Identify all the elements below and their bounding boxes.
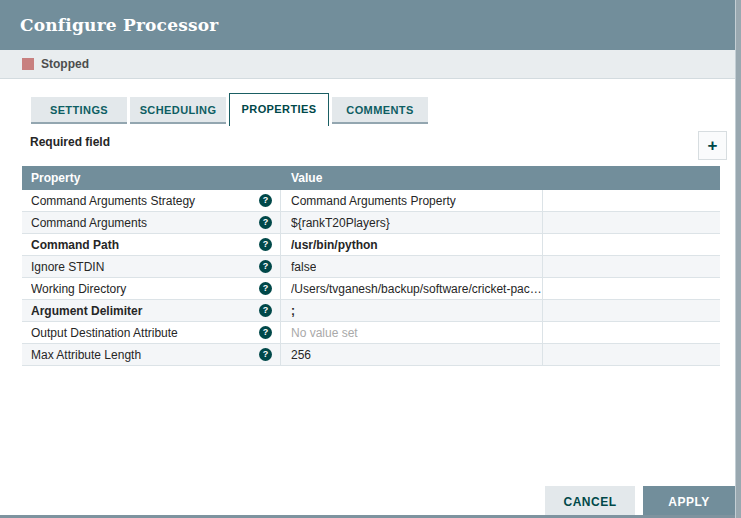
property-value: No value set bbox=[291, 326, 358, 340]
property-name: Ignore STDIN bbox=[31, 260, 259, 274]
property-value: ; bbox=[291, 304, 295, 318]
row-extra-cell bbox=[543, 322, 720, 343]
required-field-legend: Required field bbox=[30, 135, 110, 149]
table-header: Property Value bbox=[22, 166, 720, 190]
property-value-cell[interactable]: /Users/tvganesh/backup/software/cricket-… bbox=[281, 278, 543, 299]
stopped-state-icon bbox=[22, 58, 34, 70]
property-column-header: Property bbox=[22, 171, 281, 185]
table-row[interactable]: Command Arguments Strategy?Command Argum… bbox=[22, 190, 720, 212]
table-row[interactable]: Max Attribute Length?256 bbox=[22, 344, 720, 366]
properties-table-body: Command Arguments Strategy?Command Argum… bbox=[22, 190, 720, 366]
property-value-cell[interactable]: false bbox=[281, 256, 543, 277]
property-name: Argument Delimiter bbox=[31, 304, 259, 318]
property-name: Max Attribute Length bbox=[31, 348, 259, 362]
tab-settings[interactable]: SETTINGS bbox=[31, 97, 127, 124]
apply-button[interactable]: APPLY bbox=[643, 486, 735, 518]
status-label: Stopped bbox=[41, 57, 89, 71]
table-row[interactable]: Working Directory?/Users/tvganesh/backup… bbox=[22, 278, 720, 300]
add-property-button[interactable]: + bbox=[698, 131, 727, 160]
row-extra-cell bbox=[543, 256, 720, 277]
row-extra-cell bbox=[543, 344, 720, 365]
table-row[interactable]: Argument Delimiter?; bbox=[22, 300, 720, 322]
row-extra-cell bbox=[543, 234, 720, 255]
property-name: Command Arguments Strategy bbox=[31, 194, 259, 208]
help-icon[interactable]: ? bbox=[259, 304, 272, 317]
help-icon[interactable]: ? bbox=[259, 238, 272, 251]
right-edge-strip bbox=[735, 0, 741, 518]
property-name-cell: Command Arguments Strategy? bbox=[22, 190, 281, 211]
property-name-cell: Working Directory? bbox=[22, 278, 281, 299]
row-extra-cell bbox=[543, 190, 720, 211]
table-row[interactable]: Command Path?/usr/bin/python bbox=[22, 234, 720, 256]
property-name: Command Arguments bbox=[31, 216, 259, 230]
property-value: false bbox=[291, 260, 316, 274]
help-icon[interactable]: ? bbox=[259, 216, 272, 229]
tab-bar: SETTINGSSCHEDULINGPROPERTIESCOMMENTS bbox=[31, 94, 428, 124]
help-icon[interactable]: ? bbox=[259, 326, 272, 339]
property-value-cell[interactable]: Command Arguments Property bbox=[281, 190, 543, 211]
property-name: Working Directory bbox=[31, 282, 259, 296]
table-row[interactable]: Ignore STDIN?false bbox=[22, 256, 720, 278]
dialog-header: Configure Processor bbox=[0, 0, 741, 50]
tab-comments[interactable]: COMMENTS bbox=[332, 97, 428, 124]
row-extra-cell bbox=[543, 278, 720, 299]
properties-table: Property Value Command Arguments Strateg… bbox=[22, 166, 720, 366]
help-icon[interactable]: ? bbox=[259, 194, 272, 207]
property-name: Output Destination Attribute bbox=[31, 326, 259, 340]
property-value-cell[interactable]: /usr/bin/python bbox=[281, 234, 543, 255]
property-value-cell[interactable]: 256 bbox=[281, 344, 543, 365]
help-icon[interactable]: ? bbox=[259, 282, 272, 295]
property-name-cell: Argument Delimiter? bbox=[22, 300, 281, 321]
property-name: Command Path bbox=[31, 238, 259, 252]
property-value: /Users/tvganesh/backup/software/cricket-… bbox=[291, 282, 542, 296]
property-name-cell: Output Destination Attribute? bbox=[22, 322, 281, 343]
property-value: Command Arguments Property bbox=[291, 194, 456, 208]
value-column-header: Value bbox=[281, 171, 543, 185]
property-value: 256 bbox=[291, 348, 311, 362]
property-name-cell: Command Arguments? bbox=[22, 212, 281, 233]
dialog-title: Configure Processor bbox=[0, 15, 218, 35]
property-value-cell[interactable]: No value set bbox=[281, 322, 543, 343]
property-value: /usr/bin/python bbox=[291, 238, 378, 252]
property-name-cell: Command Path? bbox=[22, 234, 281, 255]
property-name-cell: Max Attribute Length? bbox=[22, 344, 281, 365]
row-extra-cell bbox=[543, 212, 720, 233]
configure-processor-dialog: Configure Processor Stopped SETTINGSSCHE… bbox=[0, 0, 741, 518]
help-icon[interactable]: ? bbox=[259, 260, 272, 273]
help-icon[interactable]: ? bbox=[259, 348, 272, 361]
cancel-button[interactable]: CANCEL bbox=[545, 486, 635, 518]
property-value-cell[interactable]: ${rankT20Players} bbox=[281, 212, 543, 233]
table-row[interactable]: Output Destination Attribute?No value se… bbox=[22, 322, 720, 344]
table-row[interactable]: Command Arguments?${rankT20Players} bbox=[22, 212, 720, 234]
property-value: ${rankT20Players} bbox=[291, 216, 390, 230]
property-value-cell[interactable]: ; bbox=[281, 300, 543, 321]
tab-properties[interactable]: PROPERTIES bbox=[229, 93, 329, 126]
property-name-cell: Ignore STDIN? bbox=[22, 256, 281, 277]
tab-scheduling[interactable]: SCHEDULING bbox=[130, 97, 226, 124]
row-extra-cell bbox=[543, 300, 720, 321]
status-bar: Stopped bbox=[0, 50, 741, 79]
